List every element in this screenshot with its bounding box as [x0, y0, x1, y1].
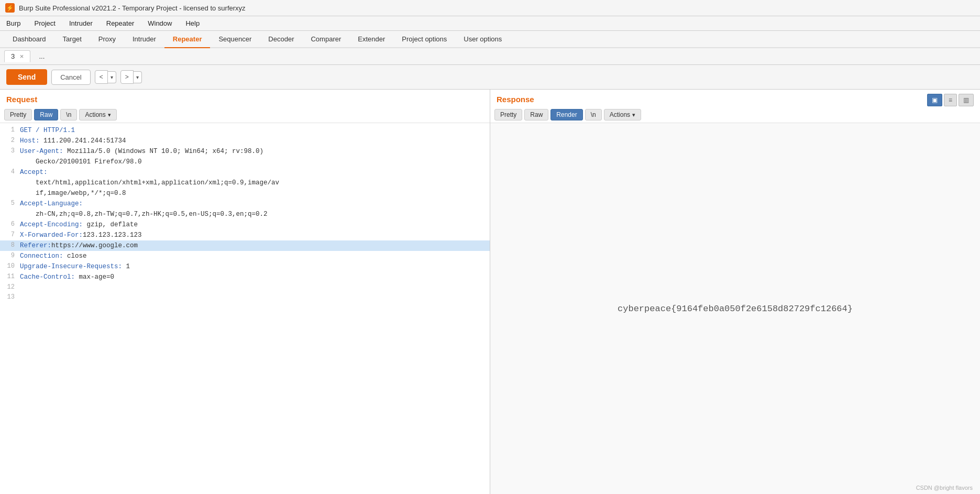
- menu-bar: Burp Project Intruder Repeater Window He…: [0, 16, 980, 31]
- response-pane: Response Pretty Raw Render \n Actions cy…: [490, 90, 980, 494]
- code-line-4: 4 Accept: text/html,application/xhtml+xm…: [0, 167, 490, 199]
- request-raw-btn[interactable]: Raw: [34, 109, 58, 120]
- code-line-5: 5 Accept-Language: zh-CN,zh;q=0.8,zh-TW;…: [0, 199, 490, 219]
- tab-sequencer[interactable]: Sequencer: [210, 31, 260, 48]
- app-title: Burp Suite Professional v2021.2 - Tempor…: [19, 4, 246, 12]
- request-toolbar: Pretty Raw \n Actions: [0, 107, 490, 123]
- code-line-11: 11 Cache-Control: max-age=0: [0, 272, 490, 282]
- response-content-area: cyberpeace{9164feb0a050f2e6158d82729fc12…: [490, 123, 980, 494]
- nav-forward-group: > ▾: [120, 70, 142, 84]
- code-line-6: 6 Accept-Encoding: gzip, deflate: [0, 219, 490, 230]
- watermark: CSDN @bright flavors: [916, 485, 973, 491]
- menu-intruder[interactable]: Intruder: [67, 18, 95, 28]
- nav-forward-dropdown[interactable]: ▾: [134, 71, 142, 83]
- menu-repeater[interactable]: Repeater: [104, 18, 136, 28]
- nav-back-button[interactable]: <: [95, 70, 108, 84]
- title-bar: ⚡ Burp Suite Professional v2021.2 - Temp…: [0, 0, 980, 16]
- sub-tab-bar: 3 × ...: [0, 48, 980, 65]
- sub-tab-3[interactable]: 3 ×: [4, 50, 30, 62]
- tab-target[interactable]: Target: [54, 31, 90, 48]
- view-list-button[interactable]: ≡: [944, 94, 957, 106]
- view-stack-button[interactable]: ▥: [959, 94, 974, 106]
- response-content: cyberpeace{9164feb0a050f2e6158d82729fc12…: [618, 304, 853, 314]
- code-line-12: 12: [0, 282, 490, 292]
- nav-back-dropdown[interactable]: ▾: [108, 71, 116, 83]
- menu-burp[interactable]: Burp: [4, 18, 23, 28]
- response-pretty-btn[interactable]: Pretty: [494, 109, 522, 120]
- app-logo: ⚡: [5, 3, 15, 13]
- top-tab-bar: Dashboard Target Proxy Intruder Repeater…: [0, 31, 980, 48]
- view-split-button[interactable]: ▣: [927, 94, 942, 106]
- tab-dashboard[interactable]: Dashboard: [4, 31, 54, 48]
- menu-help[interactable]: Help: [183, 18, 202, 28]
- code-line-1: 1 GET / HTTP/1.1: [0, 125, 490, 136]
- code-line-7: 7 X-Forwarded-For:123.123.123.123: [0, 230, 490, 240]
- nav-back-group: < ▾: [95, 70, 116, 84]
- request-title: Request: [0, 90, 490, 107]
- request-newline-btn[interactable]: \n: [60, 109, 77, 120]
- tab-proxy[interactable]: Proxy: [90, 31, 124, 48]
- request-pretty-btn[interactable]: Pretty: [4, 109, 32, 120]
- tab-extender[interactable]: Extender: [349, 31, 393, 48]
- tab-repeater[interactable]: Repeater: [164, 31, 211, 48]
- tab-decoder[interactable]: Decoder: [260, 31, 302, 48]
- code-line-3: 3 User-Agent: Mozilla/5.0 (Windows NT 10…: [0, 146, 490, 167]
- code-line-13: 13: [0, 292, 490, 302]
- tab-comparer[interactable]: Comparer: [302, 31, 349, 48]
- cancel-button[interactable]: Cancel: [51, 70, 90, 85]
- menu-window[interactable]: Window: [146, 18, 174, 28]
- toolbar: Send Cancel < ▾ > ▾: [0, 65, 980, 90]
- response-render-btn[interactable]: Render: [550, 109, 582, 120]
- response-toolbar: Pretty Raw Render \n Actions: [490, 107, 980, 123]
- tab-user-options[interactable]: User options: [455, 31, 510, 48]
- request-actions-btn[interactable]: Actions: [79, 109, 116, 120]
- code-line-9: 9 Connection: close: [0, 251, 490, 261]
- response-title: Response: [490, 90, 980, 107]
- response-newline-btn[interactable]: \n: [585, 109, 602, 120]
- response-actions-btn[interactable]: Actions: [604, 109, 641, 120]
- menu-project[interactable]: Project: [32, 18, 57, 28]
- code-line-2: 2 Host: 111.200.241.244:51734: [0, 136, 490, 146]
- tab-project-options[interactable]: Project options: [393, 31, 455, 48]
- code-line-8: 8 Referer:https://www.google.com: [0, 240, 490, 251]
- tab-intruder[interactable]: Intruder: [124, 31, 164, 48]
- view-toggle: ▣ ≡ ▥: [927, 94, 974, 106]
- main-content: ▣ ≡ ▥ Request Pretty Raw \n Actions 1 GE…: [0, 90, 980, 494]
- request-pane: Request Pretty Raw \n Actions 1 GET / HT…: [0, 90, 490, 494]
- response-raw-btn[interactable]: Raw: [524, 109, 548, 120]
- nav-forward-button[interactable]: >: [120, 70, 134, 84]
- sub-tab-close[interactable]: ×: [20, 52, 24, 60]
- sub-tab-dots[interactable]: ...: [32, 51, 51, 62]
- code-line-10: 10 Upgrade-Insecure-Requests: 1: [0, 261, 490, 272]
- send-button[interactable]: Send: [6, 69, 47, 85]
- request-code-area[interactable]: 1 GET / HTTP/1.1 2 Host: 111.200.241.244…: [0, 123, 490, 494]
